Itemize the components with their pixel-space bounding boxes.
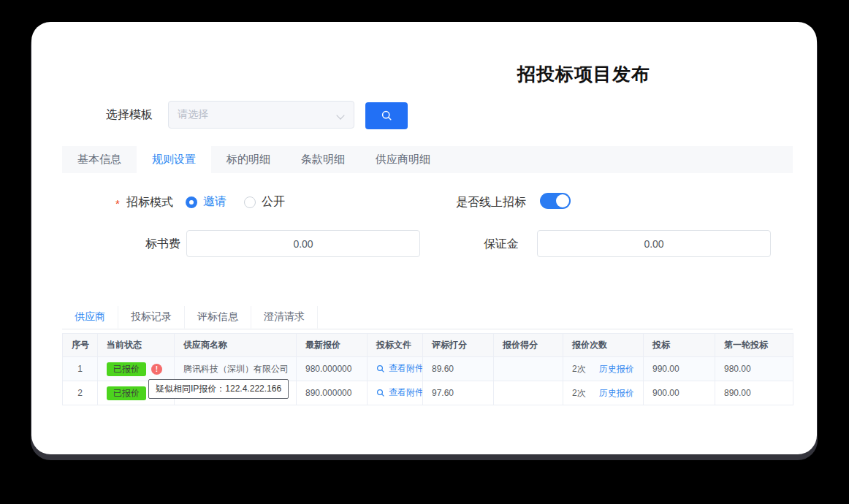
required-asterisk: * [115, 197, 120, 210]
cell-first-round: 890.00 [715, 381, 793, 405]
page-title: 招投标项目发布 [517, 62, 650, 86]
chevron-down-icon [338, 111, 345, 118]
table-row: 1 已报价! 腾讯科技（深圳）有限公司 980.000000 查看附 [63, 357, 793, 381]
online-bidding-toggle[interactable] [540, 193, 571, 209]
doc-fee-input[interactable] [186, 230, 420, 257]
cell-price-score [494, 357, 563, 381]
tab-clause-detail[interactable]: 条款明细 [286, 146, 360, 173]
toggle-knob [556, 194, 569, 207]
cell-bid-file: 查看附件 [368, 381, 423, 405]
tab-supplier-detail[interactable]: 供应商明细 [360, 146, 446, 173]
doc-fee-label: 标书费 [107, 237, 180, 252]
col-price-score: 报价得分 [494, 334, 563, 357]
col-latest-quote: 最新报价 [297, 334, 368, 357]
template-select-placeholder: 请选择 [178, 108, 208, 121]
radio-unselected-icon [244, 196, 256, 208]
tab-suppliers[interactable]: 供应商 [62, 306, 118, 329]
radio-selected-icon [186, 196, 197, 208]
cell-first-round: 980.00 [715, 357, 793, 381]
tab-clarification-requests[interactable]: 澄清请求 [251, 306, 318, 329]
attachment-search-icon [376, 364, 385, 373]
deposit-input[interactable] [537, 230, 771, 257]
cell-status: 已报价! [98, 357, 175, 381]
cell-score: 89.60 [423, 357, 494, 381]
radio-invite-label: 邀请 [203, 194, 226, 210]
cell-bid: 990.00 [644, 357, 715, 381]
radio-public-label: 公开 [262, 194, 285, 210]
col-status: 当前状态 [98, 334, 175, 357]
attachment-search-icon [376, 389, 385, 397]
online-bidding-label: 是否线上招标 [456, 195, 526, 210]
history-quote-link[interactable]: 历史报价 [599, 363, 634, 375]
tab-bid-records[interactable]: 投标记录 [118, 306, 185, 329]
col-supplier: 供应商名称 [175, 334, 297, 357]
cell-bid: 900.00 [644, 381, 715, 405]
template-select[interactable]: 请选择 [168, 101, 354, 129]
radio-invite[interactable]: 邀请 [186, 194, 226, 210]
cell-index: 1 [63, 357, 98, 381]
tab-basic-info[interactable]: 基本信息 [62, 146, 137, 173]
status-badge: 已报价 [107, 386, 146, 400]
col-first-round: 第一轮投标 [715, 334, 793, 357]
radio-public[interactable]: 公开 [244, 194, 285, 210]
col-score: 评标打分 [423, 334, 494, 357]
tab-evaluation-info[interactable]: 评标信息 [185, 306, 251, 329]
cell-bid-file: 查看附件 [368, 357, 423, 381]
bid-mode-label: 招标模式 [126, 195, 173, 210]
col-index: 序号 [63, 334, 98, 357]
cell-latest-quote: 890.000000 [297, 381, 368, 405]
warning-icon[interactable]: ! [151, 364, 162, 375]
cell-price-score [494, 381, 563, 405]
col-quote-count: 报价次数 [563, 334, 644, 357]
status-badge: 已报价 [107, 362, 146, 376]
search-icon [381, 110, 393, 122]
main-card: 招投标项目发布 选择模板 请选择 基本信息 规则设置 标的明细 条款明细 供应商… [31, 22, 817, 454]
cell-quote-count: 2次历史报价 [563, 357, 644, 381]
deposit-label: 保证金 [446, 237, 519, 252]
cell-index: 2 [63, 381, 98, 405]
same-ip-tooltip: 疑似相同IP报价：122.4.222.166 [148, 379, 289, 399]
cell-latest-quote: 980.000000 [297, 357, 368, 381]
bid-mode-radio-group: 邀请 公开 [186, 194, 285, 210]
cell-supplier: 腾讯科技（深圳）有限公司 [175, 357, 297, 381]
view-attachment-link[interactable]: 查看附件 [376, 386, 423, 399]
history-quote-link[interactable]: 历史报价 [599, 387, 634, 400]
col-bid-file: 投标文件 [368, 334, 423, 357]
tab-subject-detail[interactable]: 标的明细 [211, 146, 286, 173]
view-attachment-link[interactable]: 查看附件 [376, 362, 423, 375]
tab-rule-settings[interactable]: 规则设置 [137, 146, 211, 173]
template-select-label: 选择模板 [106, 107, 153, 123]
main-tab-bar: 基本信息 规则设置 标的明细 条款明细 供应商明细 [62, 146, 793, 173]
cell-quote-count: 2次历史报价 [563, 381, 644, 405]
detail-tab-bar: 供应商 投标记录 评标信息 澄清请求 [62, 306, 793, 329]
col-bid: 投标 [644, 334, 715, 357]
search-button[interactable] [365, 102, 408, 129]
table-header-row: 序号 当前状态 供应商名称 最新报价 投标文件 评标打分 报价得分 报价次数 投… [63, 334, 793, 357]
cell-score: 97.60 [423, 381, 494, 405]
